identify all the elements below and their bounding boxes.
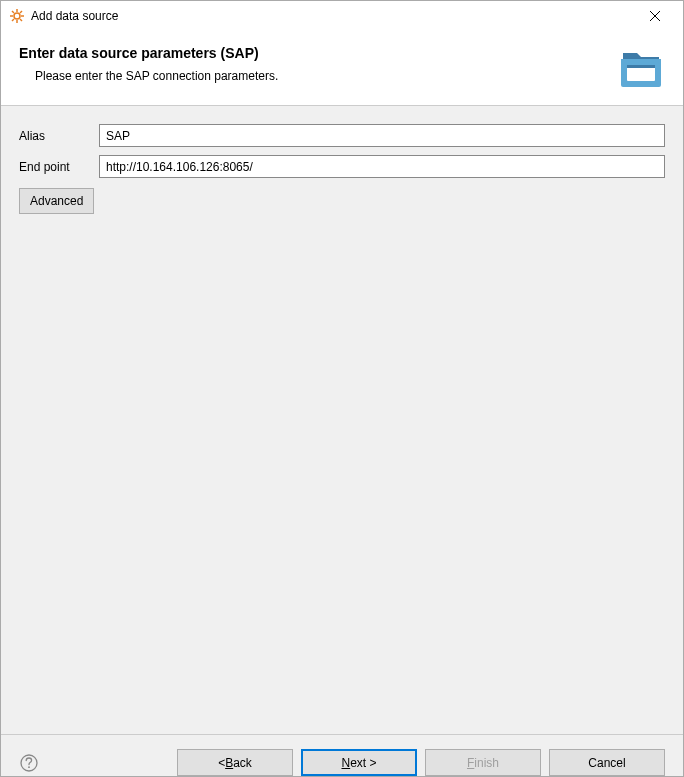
alias-input[interactable] <box>99 124 665 147</box>
window-title: Add data source <box>31 9 635 23</box>
data-source-icon <box>617 45 665 89</box>
finish-button[interactable]: Finish <box>425 749 541 776</box>
endpoint-label: End point <box>19 160 99 174</box>
page-subtitle: Please enter the SAP connection paramete… <box>35 69 607 83</box>
svg-rect-12 <box>627 65 655 68</box>
help-icon[interactable] <box>19 753 39 773</box>
svg-line-6 <box>20 19 22 21</box>
header-text: Enter data source parameters (SAP) Pleas… <box>19 45 607 83</box>
svg-line-7 <box>12 19 14 21</box>
page-title: Enter data source parameters (SAP) <box>19 45 607 61</box>
alias-row: Alias <box>19 124 665 147</box>
close-button[interactable] <box>635 2 675 30</box>
app-icon <box>9 8 25 24</box>
endpoint-row: End point <box>19 155 665 178</box>
svg-line-8 <box>20 11 22 13</box>
back-button[interactable]: < Back <box>177 749 293 776</box>
wizard-header: Enter data source parameters (SAP) Pleas… <box>1 31 683 106</box>
endpoint-input[interactable] <box>99 155 665 178</box>
svg-line-5 <box>12 11 14 13</box>
titlebar: Add data source <box>1 1 683 31</box>
cancel-button[interactable]: Cancel <box>549 749 665 776</box>
next-button[interactable]: Next > <box>301 749 417 776</box>
wizard-footer: < Back Next > Finish Cancel <box>1 734 683 777</box>
svg-point-0 <box>14 13 20 19</box>
svg-point-14 <box>28 766 30 768</box>
alias-label: Alias <box>19 129 99 143</box>
content-area: Alias End point Advanced <box>1 106 683 734</box>
advanced-button[interactable]: Advanced <box>19 188 94 214</box>
